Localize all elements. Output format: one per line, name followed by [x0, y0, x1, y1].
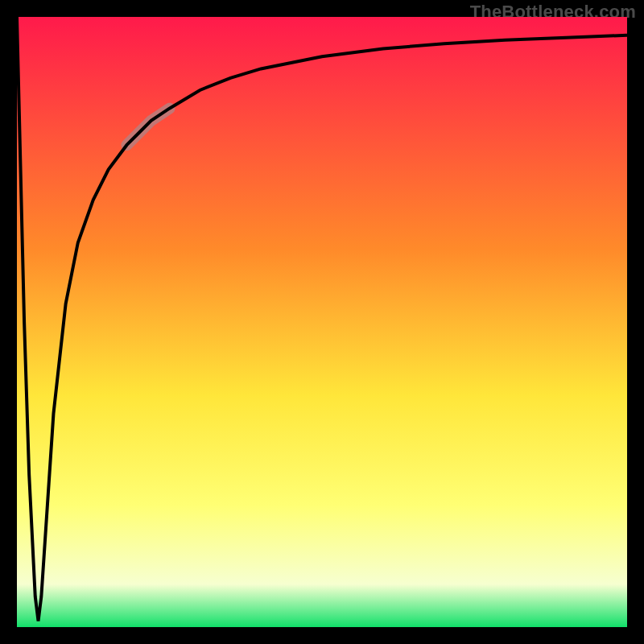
plot-area: [17, 17, 627, 627]
gradient-background: [17, 17, 627, 627]
chart-frame: TheBottleneck.com: [0, 0, 644, 644]
chart-svg: [17, 17, 627, 627]
